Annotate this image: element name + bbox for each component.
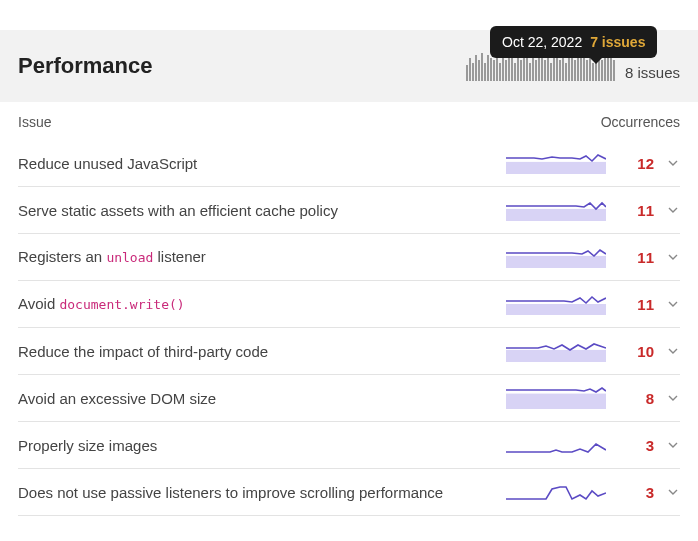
issue-list: Reduce unused JavaScript12Serve static a… <box>0 140 698 516</box>
svg-rect-3 <box>506 304 606 315</box>
issue-name: Avoid an excessive DOM size <box>18 388 494 409</box>
row-sparkline <box>506 387 606 409</box>
svg-rect-1 <box>506 209 606 221</box>
chevron-down-icon[interactable] <box>666 154 680 172</box>
chevron-down-icon[interactable] <box>666 436 680 454</box>
spark-bar <box>544 60 546 81</box>
tooltip-date: Oct 22, 2022 <box>502 34 582 50</box>
page-title: Performance <box>18 53 153 79</box>
spark-bar <box>517 55 519 81</box>
spark-bar <box>559 60 561 81</box>
spark-bar <box>505 60 507 81</box>
row-sparkline <box>506 199 606 221</box>
issue-row[interactable]: Reduce the impact of third-party code10 <box>18 328 680 375</box>
spark-bar <box>574 60 576 81</box>
chevron-down-icon[interactable] <box>666 389 680 407</box>
occurrences-count: 10 <box>618 343 654 360</box>
spark-bar <box>514 63 516 81</box>
occurrences-count: 11 <box>618 249 654 266</box>
column-headers: Issue Occurrences <box>0 102 698 140</box>
spark-bar <box>556 58 558 81</box>
issue-row[interactable]: Reduce unused JavaScript12 <box>18 140 680 187</box>
issue-name: Does not use passive listeners to improv… <box>18 482 494 503</box>
issue-row[interactable]: Avoid document.write()11 <box>18 281 680 328</box>
occurrences-count: 11 <box>618 202 654 219</box>
spark-bar <box>577 55 579 81</box>
svg-rect-4 <box>506 350 606 362</box>
issue-row[interactable]: Does not use passive listeners to improv… <box>18 469 680 516</box>
chevron-down-icon[interactable] <box>666 295 680 313</box>
row-sparkline <box>506 152 606 174</box>
chevron-down-icon[interactable] <box>666 248 680 266</box>
spark-bar <box>520 60 522 81</box>
spark-bar <box>613 60 615 81</box>
issue-row[interactable]: Serve static assets with an efficient ca… <box>18 187 680 234</box>
chevron-down-icon[interactable] <box>666 483 680 501</box>
issue-name: Reduce unused JavaScript <box>18 153 494 174</box>
spark-bar <box>472 63 474 81</box>
chevron-down-icon[interactable] <box>666 342 680 360</box>
occurrences-count: 3 <box>618 484 654 501</box>
issue-count: 8 issues <box>625 64 680 81</box>
spark-bar <box>535 60 537 81</box>
occurrences-count: 3 <box>618 437 654 454</box>
issue-row[interactable]: Avoid an excessive DOM size8 <box>18 375 680 422</box>
svg-rect-5 <box>506 394 606 409</box>
spark-bar <box>478 60 480 81</box>
svg-rect-2 <box>506 256 606 268</box>
col-issue: Issue <box>18 114 51 130</box>
spark-bar <box>547 55 549 81</box>
issue-row[interactable]: Registers an unload listener11 <box>18 234 680 281</box>
tooltip-badge: 7 issues <box>590 34 645 50</box>
spark-bar <box>499 63 501 81</box>
spark-bar <box>571 58 573 81</box>
sparkline-tooltip: Oct 22, 2022 7 issues <box>490 26 657 58</box>
spark-bar <box>532 55 534 81</box>
row-sparkline <box>506 246 606 268</box>
spark-bar <box>511 58 513 81</box>
occurrences-count: 11 <box>618 296 654 313</box>
col-occurrences: Occurrences <box>601 114 680 130</box>
row-sparkline <box>506 434 606 456</box>
occurrences-count: 8 <box>618 390 654 407</box>
spark-bar <box>610 58 612 81</box>
spark-bar <box>487 55 489 81</box>
spark-bar <box>583 58 585 81</box>
issue-name: Serve static assets with an efficient ca… <box>18 200 494 221</box>
spark-bar <box>565 63 567 81</box>
spark-bar <box>529 63 531 81</box>
spark-bar <box>604 55 606 81</box>
spark-bar <box>475 55 477 81</box>
row-sparkline <box>506 293 606 315</box>
spark-bar <box>526 58 528 81</box>
spark-bar <box>481 53 483 81</box>
spark-bar <box>541 58 543 81</box>
issue-row[interactable]: Properly size images3 <box>18 422 680 469</box>
spark-bar <box>586 60 588 81</box>
spark-bar <box>592 63 594 81</box>
chevron-down-icon[interactable] <box>666 201 680 219</box>
row-sparkline <box>506 481 606 503</box>
issue-name: Registers an unload listener <box>18 246 494 267</box>
spark-bar <box>469 58 471 81</box>
row-sparkline <box>506 340 606 362</box>
spark-bar <box>493 60 495 81</box>
svg-rect-0 <box>506 162 606 174</box>
spark-bar <box>466 65 468 81</box>
spark-bar <box>490 58 492 81</box>
spark-bar <box>502 55 504 81</box>
spark-bar <box>562 55 564 81</box>
issue-name: Reduce the impact of third-party code <box>18 341 494 362</box>
issue-name: Properly size images <box>18 435 494 456</box>
occurrences-count: 12 <box>618 155 654 172</box>
spark-bar <box>484 63 486 81</box>
issue-name: Avoid document.write() <box>18 293 494 314</box>
spark-bar <box>550 63 552 81</box>
